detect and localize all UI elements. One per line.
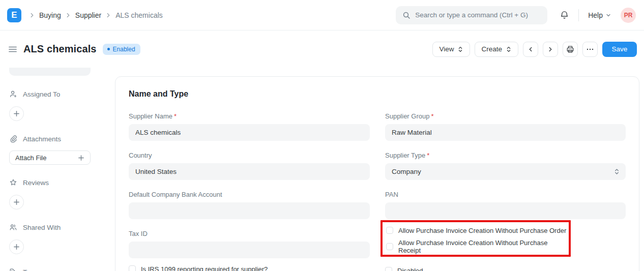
irs-1099-checkbox[interactable] xyxy=(129,265,136,271)
tags-label: Tags xyxy=(23,268,38,271)
chevron-right-icon xyxy=(105,12,112,19)
create-button[interactable]: Create xyxy=(475,42,518,57)
supplier-type-select[interactable]: Company xyxy=(385,163,626,180)
chevrons-up-down-icon xyxy=(457,46,463,53)
global-search-input[interactable]: Search or type a command (Ctrl + G) xyxy=(396,6,547,24)
status-dot xyxy=(107,48,110,50)
sidebar-toggle-icon[interactable] xyxy=(8,45,17,54)
printer-icon xyxy=(566,45,574,53)
irs-1099-label: Is IRS 1099 reporting required for suppl… xyxy=(141,265,268,271)
form-column-left: Supplier Name * Country Default Co xyxy=(129,112,370,271)
plus-icon xyxy=(13,244,20,250)
form-main: Name and Type Supplier Name * Country xyxy=(108,68,644,271)
view-button-label: View xyxy=(439,45,454,53)
print-button[interactable] xyxy=(563,42,578,57)
form-column-right: Supplier Group * Supplier Type * Company xyxy=(385,112,626,271)
view-button[interactable]: View xyxy=(432,42,470,57)
chevron-right-icon xyxy=(28,12,36,19)
supplier-group-input[interactable] xyxy=(385,124,626,141)
search-placeholder: Search or type a command (Ctrl + G) xyxy=(415,11,528,19)
field-label: Supplier Name * xyxy=(129,112,370,120)
status-badge-label: Enabled xyxy=(113,46,135,53)
navbar-divider xyxy=(578,9,579,21)
supplier-type-value: Company xyxy=(392,168,421,175)
allow-without-po-checkbox-row[interactable]: Allow Purchase Invoice Creation Without … xyxy=(386,222,569,238)
required-marker: * xyxy=(174,112,177,120)
reviews-section: Reviews xyxy=(9,178,108,187)
form-grid: Supplier Name * Country Default Co xyxy=(129,112,626,271)
user-plus-icon xyxy=(9,90,17,98)
chevron-down-icon xyxy=(605,12,611,18)
help-label: Help xyxy=(588,11,603,19)
top-navbar: E Buying Supplier ALS chemicals Search o… xyxy=(0,0,644,31)
breadcrumb: Buying Supplier ALS chemicals xyxy=(28,11,163,19)
status-badge: Enabled xyxy=(103,44,140,55)
sidebar-cropped-button[interactable] xyxy=(9,68,91,76)
chevrons-up-down-icon xyxy=(506,46,512,53)
add-assignment-button[interactable] xyxy=(9,106,24,121)
field-label: Tax ID xyxy=(129,230,370,237)
star-icon xyxy=(9,178,17,187)
ellipsis-icon xyxy=(586,45,594,53)
field-label: PAN xyxy=(385,191,626,198)
supplier-name-input[interactable] xyxy=(129,124,370,141)
paperclip-icon xyxy=(9,135,17,143)
allow-without-pr-checkbox-row[interactable]: Allow Purchase Invoice Creation Without … xyxy=(386,238,569,255)
chevrons-up-down-icon xyxy=(614,168,620,175)
tax-id-field: Tax ID xyxy=(129,230,370,258)
field-label: Supplier Group * xyxy=(385,112,626,120)
tax-id-input[interactable] xyxy=(129,242,370,258)
pan-field: PAN xyxy=(385,191,626,219)
create-button-label: Create xyxy=(481,45,502,53)
notifications-bell-icon[interactable] xyxy=(560,10,569,20)
shared-with-label: Shared With xyxy=(23,224,61,231)
plus-icon xyxy=(13,110,20,117)
irs-1099-checkbox-row[interactable]: Is IRS 1099 reporting required for suppl… xyxy=(129,261,370,271)
country-input[interactable] xyxy=(129,163,370,180)
assigned-to-section: Assigned To xyxy=(9,90,108,98)
users-icon xyxy=(9,223,17,231)
content-area: Assigned To Attachments Attach File Revi… xyxy=(0,68,644,271)
next-record-button[interactable] xyxy=(543,42,558,57)
chevron-right-icon xyxy=(547,46,554,53)
attach-file-button[interactable]: Attach File xyxy=(9,150,91,165)
disabled-checkbox-row[interactable]: Disabled xyxy=(385,262,626,271)
default-bank-account-field: Default Company Bank Account xyxy=(129,191,370,219)
country-field: Country xyxy=(129,152,370,180)
required-marker: * xyxy=(427,152,429,159)
previous-record-button[interactable] xyxy=(523,42,538,57)
save-button[interactable]: Save xyxy=(602,42,637,57)
reviews-label: Reviews xyxy=(23,179,49,187)
field-label: Default Company Bank Account xyxy=(129,191,370,198)
search-icon xyxy=(402,11,411,19)
app-logo[interactable]: E xyxy=(7,8,21,22)
attachments-label: Attachments xyxy=(23,135,61,143)
help-menu[interactable]: Help xyxy=(588,11,611,19)
red-highlight-box: Allow Purchase Invoice Creation Without … xyxy=(380,220,571,257)
allow-without-po-checkbox[interactable] xyxy=(386,227,393,234)
attachments-section: Attachments xyxy=(9,135,108,143)
page-header: ALS chemicals Enabled View Create Save xyxy=(0,31,644,68)
field-label: Supplier Type * xyxy=(385,152,626,159)
section-title: Name and Type xyxy=(129,89,626,99)
disabled-checkbox[interactable] xyxy=(385,267,392,271)
attach-file-label: Attach File xyxy=(15,154,46,162)
user-avatar[interactable]: PR xyxy=(621,8,636,23)
supplier-group-field: Supplier Group * xyxy=(385,112,626,141)
pan-input[interactable] xyxy=(385,202,626,219)
default-bank-account-input[interactable] xyxy=(129,202,370,219)
add-review-button[interactable] xyxy=(9,195,24,209)
breadcrumb-current[interactable]: ALS chemicals xyxy=(115,11,163,19)
shared-with-section: Shared With xyxy=(9,223,108,231)
plus-icon xyxy=(78,155,84,161)
allow-without-pr-checkbox[interactable] xyxy=(386,243,393,250)
tag-icon xyxy=(9,268,17,271)
breadcrumb-supplier[interactable]: Supplier xyxy=(75,11,101,19)
tags-section: Tags xyxy=(9,268,108,271)
breadcrumb-buying[interactable]: Buying xyxy=(39,11,61,19)
menu-ellipsis-button[interactable] xyxy=(582,42,598,57)
supplier-name-field: Supplier Name * xyxy=(129,112,370,141)
form-sidebar: Assigned To Attachments Attach File Revi… xyxy=(0,68,108,271)
required-marker: * xyxy=(431,112,433,120)
add-share-button[interactable] xyxy=(9,239,24,254)
